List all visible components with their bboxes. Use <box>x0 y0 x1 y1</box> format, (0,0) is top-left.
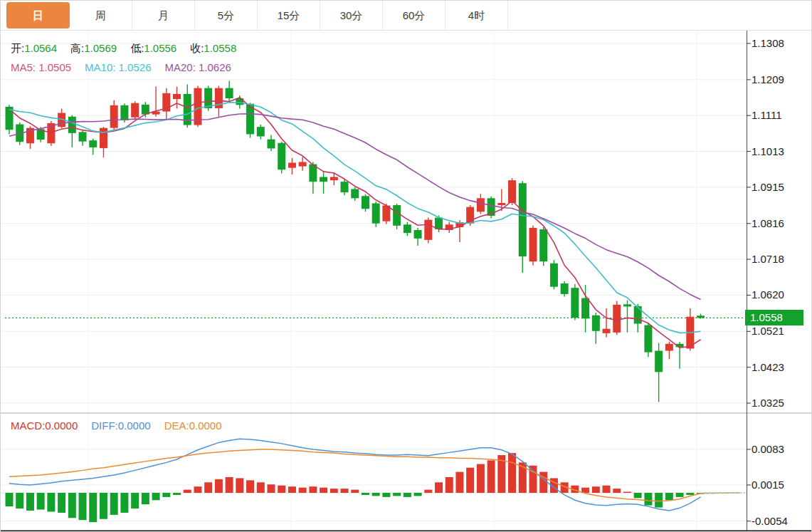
candle-body <box>173 94 181 99</box>
candle-body <box>581 298 589 319</box>
macd-bar <box>26 493 34 511</box>
macd-bar <box>414 493 422 496</box>
macd-bar <box>47 493 55 511</box>
tab-min60[interactable]: 60分 <box>383 1 445 31</box>
candle-body <box>351 189 359 198</box>
macd-bar <box>435 482 443 493</box>
macd-bar <box>16 493 23 508</box>
candle-body <box>404 224 411 233</box>
tab-min30[interactable]: 30分 <box>320 1 383 31</box>
macd-bar <box>268 484 275 493</box>
macd-bar <box>445 477 453 493</box>
macd-bar <box>539 472 547 493</box>
macd-tick-label: 0.0083 <box>752 443 811 456</box>
candle-body <box>529 228 537 261</box>
price-tick-label: 1.0816 <box>752 217 811 230</box>
macd-bar <box>686 493 694 495</box>
macd-bar <box>644 493 652 506</box>
kline-chart-app: 日周月5分15分30分60分4时 开:1.0564高:1.0569低:1.055… <box>0 0 812 532</box>
macd-bar <box>142 493 149 504</box>
ma20-line <box>9 114 701 300</box>
ma10-line <box>9 103 701 333</box>
macd-bar <box>330 489 338 493</box>
candle-body <box>68 117 76 133</box>
candle-body <box>362 196 369 209</box>
macd-bar <box>676 493 684 497</box>
candle-body <box>497 203 505 205</box>
candle-body <box>561 283 569 294</box>
macd-bar <box>288 486 296 493</box>
macd-bar <box>655 493 663 508</box>
chart-canvas[interactable] <box>1 1 812 532</box>
macd-bar <box>152 493 160 500</box>
candle-body <box>204 88 212 108</box>
candle-body <box>508 180 516 203</box>
macd-bar <box>257 482 265 493</box>
candle-body <box>539 229 547 261</box>
tab-min15[interactable]: 15分 <box>258 1 320 31</box>
candle-body <box>550 264 558 287</box>
candle-body <box>697 315 705 318</box>
ma-legend-ma5: MA5: 1.0505 <box>11 61 71 73</box>
ma5-line <box>9 98 701 348</box>
price-tick-label: 1.0718 <box>752 253 811 266</box>
candle-body <box>120 105 128 120</box>
ma-legend-ma20: MA20: 1.0626 <box>164 61 231 73</box>
macd-histogram <box>6 453 705 522</box>
candle-body <box>414 230 422 239</box>
price-tick-label: 1.1209 <box>752 73 811 86</box>
candle-body <box>330 177 338 181</box>
tab-hour4[interactable]: 4时 <box>445 1 508 31</box>
ohlc-open: 开:1.0564 <box>11 42 57 54</box>
tab-min5[interactable]: 5分 <box>195 1 258 31</box>
macd-bar <box>309 486 317 493</box>
candle-body <box>519 183 527 256</box>
macd-bar <box>466 468 474 493</box>
macd-bar <box>246 480 254 493</box>
macd-bar <box>278 486 285 493</box>
macd-bar <box>477 464 485 493</box>
macd-bar <box>110 493 118 515</box>
macd-bar <box>194 486 201 493</box>
tab-month[interactable]: 月 <box>132 1 195 31</box>
tab-day[interactable]: 日 <box>6 2 70 28</box>
macd-bar <box>455 472 463 493</box>
macd-bar <box>634 493 642 498</box>
candle-body <box>100 128 107 148</box>
macd-tick-label: 0.0015 <box>752 479 811 491</box>
macd-bar <box>613 489 621 493</box>
candle-body <box>424 220 432 240</box>
tab-week[interactable]: 周 <box>70 1 132 31</box>
macd-bar <box>592 486 600 493</box>
candle-body <box>372 204 380 224</box>
macd-bar <box>341 489 349 493</box>
ohlc-high: 高:1.0569 <box>70 42 117 54</box>
macd-bar <box>89 493 97 522</box>
macd-bar <box>487 460 495 493</box>
macd-bar <box>131 493 139 508</box>
macd-bar <box>120 493 128 513</box>
candle-body <box>299 162 307 166</box>
candle-body <box>603 329 611 333</box>
macd-bar <box>173 493 181 495</box>
macd-bar <box>6 493 14 506</box>
candle-body <box>268 140 275 149</box>
macd-bar <box>393 493 401 496</box>
macd-bar <box>299 488 307 493</box>
candle-body <box>644 325 652 353</box>
macd-tick-label: -0.0054 <box>752 515 811 528</box>
ma-legend-ma10: MA10: 1.0526 <box>85 61 151 73</box>
period-tabbar: 日周月5分15分30分60分4时 <box>1 1 811 31</box>
candle-body <box>393 205 401 226</box>
macd-bar <box>215 479 223 493</box>
macd-bar <box>58 493 65 513</box>
price-tick-label: 1.0325 <box>752 397 811 410</box>
candles-group <box>6 80 705 402</box>
candle-body <box>634 306 642 324</box>
macd-legend-macd: MACD:0.0000 <box>11 419 78 432</box>
macd-bar <box>79 493 87 520</box>
macd-bar <box>320 488 327 493</box>
price-tick-label: 1.0620 <box>752 288 811 301</box>
macd-bar <box>623 492 631 494</box>
macd-bar <box>424 490 432 493</box>
